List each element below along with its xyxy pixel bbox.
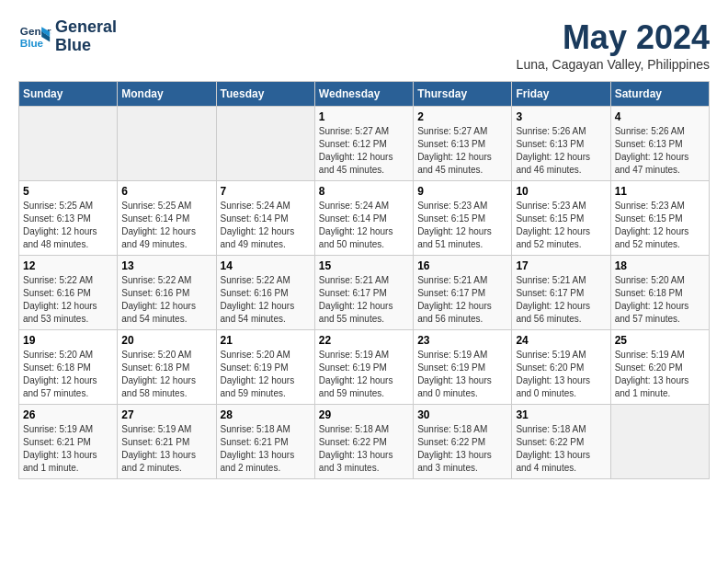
day-info: Sunrise: 5:22 AM Sunset: 6:16 PM Dayligh… (221, 274, 311, 326)
calendar-cell: 12Sunrise: 5:22 AM Sunset: 6:16 PM Dayli… (19, 256, 118, 330)
calendar-week-row: 1Sunrise: 5:27 AM Sunset: 6:12 PM Daylig… (19, 107, 710, 181)
day-info: Sunrise: 5:18 AM Sunset: 6:22 PM Dayligh… (319, 423, 409, 475)
title-section: May 2024 Luna, Cagayan Valley, Philippin… (517, 18, 710, 72)
calendar-cell: 9Sunrise: 5:23 AM Sunset: 6:15 PM Daylig… (414, 181, 512, 256)
subtitle: Luna, Cagayan Valley, Philippines (517, 57, 710, 72)
calendar-cell: 28Sunrise: 5:18 AM Sunset: 6:21 PM Dayli… (216, 405, 314, 479)
day-number: 2 (417, 110, 507, 123)
day-info: Sunrise: 5:25 AM Sunset: 6:13 PM Dayligh… (23, 200, 113, 251)
day-number: 30 (417, 408, 507, 421)
day-number: 28 (221, 408, 311, 421)
calendar-cell: 18Sunrise: 5:20 AM Sunset: 6:18 PM Dayli… (610, 256, 709, 330)
day-info: Sunrise: 5:20 AM Sunset: 6:18 PM Dayligh… (615, 274, 705, 326)
day-number: 17 (516, 259, 606, 272)
day-number: 31 (516, 408, 606, 421)
day-number: 20 (121, 334, 211, 347)
calendar-week-row: 12Sunrise: 5:22 AM Sunset: 6:16 PM Dayli… (19, 256, 710, 330)
calendar-week-row: 5Sunrise: 5:25 AM Sunset: 6:13 PM Daylig… (19, 181, 710, 256)
calendar-cell (610, 405, 709, 479)
day-number: 9 (417, 185, 507, 198)
day-number: 24 (516, 334, 606, 347)
calendar-cell: 19Sunrise: 5:20 AM Sunset: 6:18 PM Dayli… (19, 330, 118, 405)
calendar-cell: 11Sunrise: 5:23 AM Sunset: 6:15 PM Dayli… (610, 181, 709, 256)
day-header-monday: Monday (118, 82, 216, 107)
calendar-cell: 17Sunrise: 5:21 AM Sunset: 6:17 PM Dayli… (512, 256, 610, 330)
calendar-cell: 29Sunrise: 5:18 AM Sunset: 6:22 PM Dayli… (314, 405, 413, 479)
day-info: Sunrise: 5:23 AM Sunset: 6:15 PM Dayligh… (417, 200, 507, 251)
calendar-cell: 24Sunrise: 5:19 AM Sunset: 6:20 PM Dayli… (512, 330, 610, 405)
day-header-wednesday: Wednesday (314, 82, 413, 107)
day-info: Sunrise: 5:21 AM Sunset: 6:17 PM Dayligh… (417, 274, 507, 326)
day-info: Sunrise: 5:26 AM Sunset: 6:13 PM Dayligh… (615, 125, 705, 177)
calendar-cell: 15Sunrise: 5:21 AM Sunset: 6:17 PM Dayli… (314, 256, 413, 330)
calendar-cell: 27Sunrise: 5:19 AM Sunset: 6:21 PM Dayli… (118, 405, 216, 479)
day-info: Sunrise: 5:26 AM Sunset: 6:13 PM Dayligh… (516, 125, 606, 177)
day-info: Sunrise: 5:18 AM Sunset: 6:22 PM Dayligh… (417, 423, 507, 475)
svg-text:Blue: Blue (20, 37, 44, 49)
day-info: Sunrise: 5:23 AM Sunset: 6:15 PM Dayligh… (516, 200, 606, 251)
calendar-header-row: SundayMondayTuesdayWednesdayThursdayFrid… (19, 82, 710, 107)
calendar-table: SundayMondayTuesdayWednesdayThursdayFrid… (18, 81, 710, 479)
day-info: Sunrise: 5:24 AM Sunset: 6:14 PM Dayligh… (221, 200, 311, 251)
day-number: 16 (417, 259, 507, 272)
day-info: Sunrise: 5:22 AM Sunset: 6:16 PM Dayligh… (121, 274, 211, 326)
day-number: 19 (23, 334, 113, 347)
day-number: 12 (23, 259, 113, 272)
day-number: 21 (221, 334, 311, 347)
day-number: 27 (121, 408, 211, 421)
calendar-cell: 8Sunrise: 5:24 AM Sunset: 6:14 PM Daylig… (314, 181, 413, 256)
day-info: Sunrise: 5:27 AM Sunset: 6:12 PM Dayligh… (319, 125, 409, 177)
page-header: General Blue General Blue May 2024 Luna,… (18, 18, 710, 72)
day-number: 6 (121, 185, 211, 198)
day-info: Sunrise: 5:19 AM Sunset: 6:21 PM Dayligh… (23, 423, 113, 475)
day-number: 18 (615, 259, 705, 272)
logo: General Blue General Blue (18, 18, 117, 55)
day-number: 7 (221, 185, 311, 198)
day-info: Sunrise: 5:19 AM Sunset: 6:20 PM Dayligh… (516, 349, 606, 400)
day-header-sunday: Sunday (19, 82, 118, 107)
day-info: Sunrise: 5:27 AM Sunset: 6:13 PM Dayligh… (417, 125, 507, 177)
main-title: May 2024 (517, 18, 710, 57)
calendar-cell: 21Sunrise: 5:20 AM Sunset: 6:19 PM Dayli… (216, 330, 314, 405)
calendar-cell: 22Sunrise: 5:19 AM Sunset: 6:19 PM Dayli… (314, 330, 413, 405)
calendar-cell: 2Sunrise: 5:27 AM Sunset: 6:13 PM Daylig… (414, 107, 512, 181)
day-number: 5 (23, 185, 113, 198)
day-number: 29 (319, 408, 409, 421)
day-number: 3 (516, 110, 606, 123)
day-info: Sunrise: 5:21 AM Sunset: 6:17 PM Dayligh… (319, 274, 409, 326)
calendar-cell: 3Sunrise: 5:26 AM Sunset: 6:13 PM Daylig… (512, 107, 610, 181)
logo-text: General Blue (55, 18, 117, 55)
day-info: Sunrise: 5:25 AM Sunset: 6:14 PM Dayligh… (121, 200, 211, 251)
calendar-cell: 26Sunrise: 5:19 AM Sunset: 6:21 PM Dayli… (19, 405, 118, 479)
day-info: Sunrise: 5:22 AM Sunset: 6:16 PM Dayligh… (23, 274, 113, 326)
calendar-cell: 14Sunrise: 5:22 AM Sunset: 6:16 PM Dayli… (216, 256, 314, 330)
calendar-cell: 13Sunrise: 5:22 AM Sunset: 6:16 PM Dayli… (118, 256, 216, 330)
calendar-cell: 10Sunrise: 5:23 AM Sunset: 6:15 PM Dayli… (512, 181, 610, 256)
day-number: 25 (615, 334, 705, 347)
calendar-cell: 20Sunrise: 5:20 AM Sunset: 6:18 PM Dayli… (118, 330, 216, 405)
calendar-cell: 7Sunrise: 5:24 AM Sunset: 6:14 PM Daylig… (216, 181, 314, 256)
day-info: Sunrise: 5:23 AM Sunset: 6:15 PM Dayligh… (615, 200, 705, 251)
calendar-week-row: 26Sunrise: 5:19 AM Sunset: 6:21 PM Dayli… (19, 405, 710, 479)
day-info: Sunrise: 5:20 AM Sunset: 6:18 PM Dayligh… (23, 349, 113, 400)
day-info: Sunrise: 5:24 AM Sunset: 6:14 PM Dayligh… (319, 200, 409, 251)
day-header-thursday: Thursday (414, 82, 512, 107)
day-header-saturday: Saturday (610, 82, 709, 107)
day-info: Sunrise: 5:19 AM Sunset: 6:19 PM Dayligh… (319, 349, 409, 400)
calendar-cell: 5Sunrise: 5:25 AM Sunset: 6:13 PM Daylig… (19, 181, 118, 256)
calendar-cell: 25Sunrise: 5:19 AM Sunset: 6:20 PM Dayli… (610, 330, 709, 405)
day-info: Sunrise: 5:20 AM Sunset: 6:18 PM Dayligh… (121, 349, 211, 400)
calendar-cell: 1Sunrise: 5:27 AM Sunset: 6:12 PM Daylig… (314, 107, 413, 181)
day-info: Sunrise: 5:19 AM Sunset: 6:20 PM Dayligh… (615, 349, 705, 400)
day-header-tuesday: Tuesday (216, 82, 314, 107)
day-number: 8 (319, 185, 409, 198)
day-number: 1 (319, 110, 409, 123)
calendar-cell (118, 107, 216, 181)
day-number: 22 (319, 334, 409, 347)
calendar-cell: 16Sunrise: 5:21 AM Sunset: 6:17 PM Dayli… (414, 256, 512, 330)
day-info: Sunrise: 5:21 AM Sunset: 6:17 PM Dayligh… (516, 274, 606, 326)
calendar-cell: 30Sunrise: 5:18 AM Sunset: 6:22 PM Dayli… (414, 405, 512, 479)
calendar-cell: 23Sunrise: 5:19 AM Sunset: 6:19 PM Dayli… (414, 330, 512, 405)
calendar-cell: 6Sunrise: 5:25 AM Sunset: 6:14 PM Daylig… (118, 181, 216, 256)
day-info: Sunrise: 5:19 AM Sunset: 6:19 PM Dayligh… (417, 349, 507, 400)
